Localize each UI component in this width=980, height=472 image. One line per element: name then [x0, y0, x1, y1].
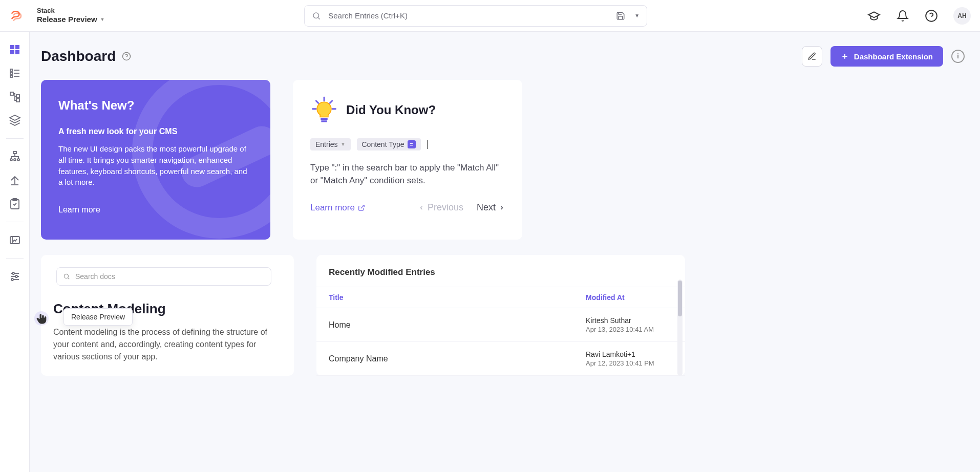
sidebar-item-settings[interactable] — [4, 266, 26, 287]
sidebar-separator — [6, 258, 24, 259]
svg-point-0 — [313, 13, 319, 18]
svg-point-29 — [15, 275, 17, 277]
help-icon[interactable] — [925, 9, 938, 23]
preview-icon — [9, 234, 21, 246]
sidebar-item-assets[interactable] — [4, 110, 26, 131]
did-you-know-learn-more[interactable]: Learn more — [310, 203, 365, 213]
cards-row: What's New? A fresh new look for your CM… — [41, 80, 965, 240]
chevron-right-icon — [499, 205, 505, 211]
bell-icon[interactable] — [896, 9, 909, 23]
chip-entries[interactable]: Entries ▼ — [310, 138, 351, 151]
search-filter-toggle[interactable]: ▼ — [616, 11, 640, 20]
external-link-icon — [358, 204, 365, 211]
search-icon — [312, 11, 321, 20]
recent-entries-panel: Recently Modified Entries Title Modified… — [316, 255, 685, 376]
caret-down-icon: ▼ — [341, 142, 346, 147]
did-you-know-card: Did You Know? Entries ▼ Content Type = T… — [293, 80, 522, 240]
hand-pointer-icon — [34, 311, 49, 326]
info-icon[interactable]: i — [951, 50, 965, 63]
tip-prev-button[interactable]: Previous — [418, 202, 463, 213]
recent-table-header: Title Modified At — [316, 287, 685, 308]
svg-line-1 — [318, 17, 320, 19]
whats-new-card: What's New? A fresh new look for your CM… — [41, 80, 270, 240]
row-modified-by: Kirtesh Suthar — [586, 316, 673, 325]
sidebar-separator — [6, 222, 24, 222]
svg-rect-8 — [10, 69, 12, 71]
svg-rect-7 — [15, 50, 19, 54]
scrollbar-thumb[interactable] — [678, 281, 682, 316]
help-icon[interactable] — [122, 52, 131, 61]
sidebar-item-tasks[interactable] — [4, 193, 26, 214]
stack-selector[interactable]: Stack Release Preview ▼ — [37, 7, 105, 25]
svg-rect-5 — [15, 45, 19, 49]
svg-point-27 — [12, 272, 14, 274]
sliders-icon — [9, 270, 21, 283]
did-you-know-body: Type ":" in the search bar to apply the … — [310, 162, 505, 187]
checklist-icon — [9, 198, 21, 210]
text-cursor — [427, 140, 428, 149]
plus-icon — [841, 52, 849, 60]
scrollbar[interactable] — [677, 280, 683, 376]
svg-rect-41 — [321, 118, 328, 120]
network-icon — [9, 151, 21, 163]
row-modified-at: Apr 12, 2023 10:41 PM — [586, 359, 673, 367]
tooltip-release-preview: Release Preview — [63, 308, 133, 326]
sidebar-item-release-preview[interactable] — [4, 229, 26, 251]
caret-down-icon: ▼ — [100, 17, 105, 23]
page-title: Dashboard — [41, 48, 116, 65]
col-modified[interactable]: Modified At — [586, 293, 673, 302]
chevron-left-icon — [418, 205, 424, 211]
add-dashboard-extension-button[interactable]: Dashboard Extension — [830, 46, 943, 67]
tip-next-button[interactable]: Next — [477, 202, 505, 213]
svg-marker-17 — [10, 115, 20, 120]
svg-rect-14 — [10, 92, 13, 95]
svg-line-45 — [68, 278, 70, 280]
search-input[interactable]: Search Entries (Ctrl+K) ▼ — [304, 5, 647, 27]
svg-point-2 — [926, 10, 937, 22]
svg-rect-12 — [10, 75, 12, 77]
search-placeholder: Search Entries (Ctrl+K) — [328, 11, 616, 20]
svg-point-20 — [17, 159, 19, 161]
edit-dashboard-button[interactable] — [802, 46, 822, 67]
cursor-indicator — [34, 311, 49, 326]
graduation-icon[interactable] — [867, 9, 881, 23]
user-avatar[interactable]: AH — [953, 7, 971, 25]
sidebar-item-localization[interactable] — [4, 146, 26, 167]
stack-name: Stack — [37, 7, 105, 15]
svg-rect-16 — [16, 99, 19, 102]
whats-new-body: The new UI design packs the most powerfu… — [58, 143, 253, 188]
row-modified-by: Ravi Lamkoti+1 — [586, 350, 673, 358]
svg-rect-4 — [10, 45, 14, 49]
whats-new-subhead: A fresh new look for your CMS — [58, 127, 253, 136]
did-you-know-chips: Entries ▼ Content Type = — [310, 138, 505, 151]
content-modeling-body: Content modeling is the process of defin… — [53, 326, 273, 363]
col-title[interactable]: Title — [329, 293, 586, 302]
table-row[interactable]: Company Name Ravi Lamkoti+1 Apr 12, 2023… — [316, 342, 685, 376]
row-modified-at: Apr 13, 2023 10:41 AM — [586, 326, 673, 333]
table-row[interactable]: Home Kirtesh Suthar Apr 13, 2023 10:41 A… — [316, 308, 685, 342]
svg-point-31 — [11, 278, 13, 281]
tip-pager: Previous Next — [418, 202, 505, 213]
chip-content-type[interactable]: Content Type = — [357, 138, 421, 151]
whats-new-heading: What's New? — [58, 98, 253, 113]
row-title: Company Name — [329, 354, 586, 363]
svg-rect-10 — [10, 72, 12, 74]
sidebar-item-publish[interactable] — [4, 169, 26, 191]
equals-badge-icon: = — [408, 140, 416, 148]
docs-search-input[interactable]: Search docs — [56, 267, 271, 286]
sidebar-item-dashboard[interactable] — [4, 39, 26, 60]
sidebar-item-content-model[interactable] — [4, 86, 26, 108]
pencil-icon — [807, 52, 817, 61]
page-actions: Dashboard Extension i — [802, 46, 965, 67]
sidebar-item-entries[interactable] — [4, 62, 26, 84]
svg-rect-42 — [321, 120, 327, 122]
save-icon — [616, 11, 625, 20]
svg-point-18 — [10, 159, 12, 161]
topbar: Stack Release Preview ▼ Search Entries (… — [0, 0, 980, 32]
page-header: Dashboard Dashboard Extension i — [41, 46, 965, 67]
app-logo[interactable] — [6, 9, 29, 23]
svg-point-19 — [14, 159, 16, 161]
dashboard-icon — [9, 44, 21, 56]
sidebar-separator — [6, 138, 24, 139]
whats-new-learn-more[interactable]: Learn more — [58, 205, 253, 214]
